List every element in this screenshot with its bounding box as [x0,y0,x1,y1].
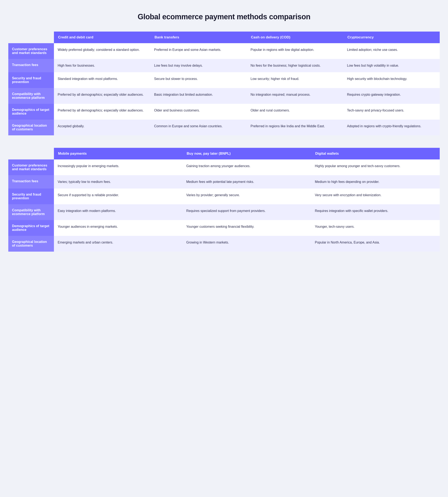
cell-1-2: No fees for the business; higher logisti… [247,59,343,72]
table-row: Compatibility with ecommerce platformPre… [8,88,440,104]
table-row: Geographical location of customersEmergi… [8,236,440,252]
table-section-1: Credit and debit cardBank transfersCash … [8,32,440,135]
cell-4-0: Younger audiences in emerging markets. [54,220,182,236]
cell-5-1: Growing in Western markets. [182,236,311,252]
cell-0-0: Widely preferred globally; considered a … [54,43,150,59]
cell-2-1: Secure but slower to process. [150,72,247,88]
header-col-1: Mobile payments [54,148,182,159]
cell-5-3: Adopted in regions with crypto-friendly … [343,120,440,135]
page-title: Global ecommerce payment methods compari… [8,13,440,21]
table-row: Transaction feesVaries; typically low to… [8,175,440,189]
header-col-4: Cryptocurrency [343,32,440,43]
table-2-body: Customer preferences and market standard… [8,159,440,252]
table-2-header: Mobile paymentsBuy now, pay later (BNPL)… [8,148,440,159]
cell-3-1: Basic integration but limited automation… [150,88,247,104]
comparison-table-2: Mobile paymentsBuy now, pay later (BNPL)… [8,148,440,252]
cell-5-2: Popular in North America, Europe, and As… [311,236,440,252]
cell-3-0: Easy integration with modern platforms. [54,204,182,220]
table-row: Transaction feesHigh fees for businesses… [8,59,440,72]
cell-0-3: Limited adoption; niche use cases. [343,43,440,59]
cell-3-1: Requires specialized support from paymen… [182,204,311,220]
cell-4-3: Tech-savvy and privacy-focused users. [343,104,440,120]
cell-2-2: Very secure with encryption and tokeniza… [311,189,440,204]
cell-4-2: Older and rural customers. [247,104,343,120]
cell-5-0: Accepted globally. [54,120,150,135]
row-header-1: Transaction fees [8,175,54,189]
cell-1-3: Low fees but high volatility in value. [343,59,440,72]
cell-2-2: Low security; higher risk of fraud. [247,72,343,88]
row-header-0: Customer preferences and market standard… [8,43,54,59]
table-row: Security and fraud preventionSecure if s… [8,189,440,204]
cell-2-0: Standard integration with most platforms… [54,72,150,88]
row-header-3: Compatibility with ecommerce platform [8,204,54,220]
row-header-5: Geographical location of customers [8,120,54,135]
cell-1-1: Low fees but may involve delays. [150,59,247,72]
cell-5-1: Common in Europe and some Asian countrie… [150,120,247,135]
row-header-1: Transaction fees [8,59,54,72]
cell-3-2: No integration required; manual process. [247,88,343,104]
cell-4-1: Younger customers seeking financial flex… [182,220,311,236]
table-section-2: Mobile paymentsBuy now, pay later (BNPL)… [8,148,440,252]
row-header-2: Security and fraud prevention [8,72,54,88]
cell-1-2: Medium to high fees depending on provide… [311,175,440,189]
row-header-4: Demographics of target audience [8,220,54,236]
header-empty [8,148,54,159]
header-empty [8,32,54,43]
table-row: Customer preferences and market standard… [8,43,440,59]
table-row: Geographical location of customersAccept… [8,120,440,135]
row-header-0: Customer preferences and market standard… [8,159,54,175]
cell-3-3: Requires crypto gateway integration. [343,88,440,104]
cell-2-3: High security with blockchain technology… [343,72,440,88]
cell-1-0: Varies; typically low to medium fees. [54,175,182,189]
cell-0-1: Gaining traction among younger audiences… [182,159,311,175]
row-header-3: Compatibility with ecommerce platform [8,88,54,104]
header-col-1: Credit and debit card [54,32,150,43]
cell-0-0: Increasingly popular in emerging markets… [54,159,182,175]
table-1-body: Customer preferences and market standard… [8,43,440,135]
cell-4-1: Older and business customers. [150,104,247,120]
header-col-3: Digital wallets [311,148,440,159]
cell-3-2: Requires integration with specific walle… [311,204,440,220]
header-col-2: Bank transfers [150,32,247,43]
row-header-2: Security and fraud prevention [8,189,54,204]
cell-5-0: Emerging markets and urban centers. [54,236,182,252]
cell-4-0: Preferred by all demographics; especiall… [54,104,150,120]
cell-3-0: Preferred by all demographics; especiall… [54,88,150,104]
cell-1-0: High fees for businesses. [54,59,150,72]
cell-0-2: Popular in regions with low digital adop… [247,43,343,59]
table-row: Compatibility with ecommerce platformEas… [8,204,440,220]
table-row: Security and fraud preventionStandard in… [8,72,440,88]
header-col-2: Buy now, pay later (BNPL) [182,148,311,159]
comparison-table-1: Credit and debit cardBank transfersCash … [8,32,440,135]
cell-0-1: Preferred in Europe and some Asian marke… [150,43,247,59]
cell-4-2: Younger, tech-savvy users. [311,220,440,236]
cell-2-0: Secure if supported by a reliable provid… [54,189,182,204]
header-col-3: Cash on delivery (COD) [247,32,343,43]
cell-2-1: Varies by provider; generally secure. [182,189,311,204]
table-1-header: Credit and debit cardBank transfersCash … [8,32,440,43]
cell-5-2: Preferred in regions like India and the … [247,120,343,135]
table-row: Demographics of target audiencePreferred… [8,104,440,120]
table-row: Customer preferences and market standard… [8,159,440,175]
table-row: Demographics of target audienceYounger a… [8,220,440,236]
row-header-4: Demographics of target audience [8,104,54,120]
cell-0-2: Highly popular among younger and tech-sa… [311,159,440,175]
row-header-5: Geographical location of customers [8,236,54,252]
cell-1-1: Medium fees with potential late payment … [182,175,311,189]
